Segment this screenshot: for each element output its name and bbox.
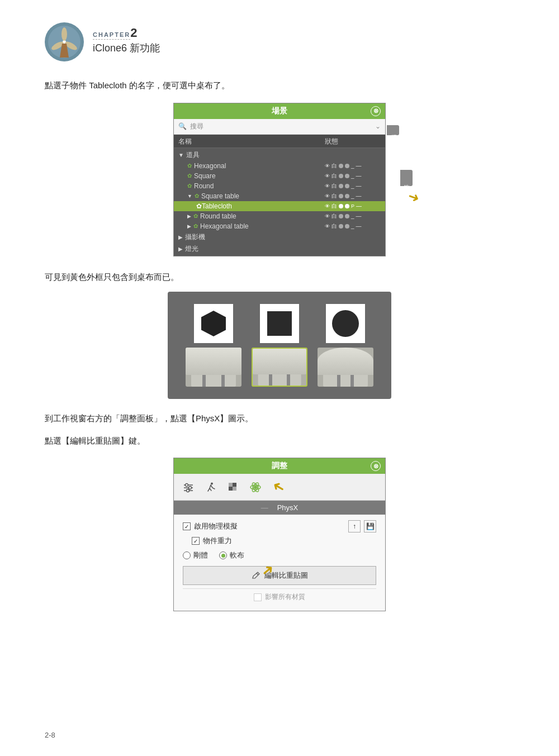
viewport-wrapper [45, 292, 514, 399]
tree-group-props[interactable]: ▼ 道具 [174, 149, 385, 161]
load-button[interactable]: ↑ [348, 520, 361, 532]
logo-circle [45, 22, 84, 61]
annotation-arrow1: ➜ [408, 189, 419, 205]
expand-arrow-props: ▼ [178, 152, 184, 158]
col-name-label: 名稱 [178, 137, 325, 146]
enable-physics-row[interactable]: ✓ 啟用物理模擬 ↑ 💾 [183, 520, 376, 532]
status-hexagonal-table: 👁 白 _ — [325, 222, 381, 230]
paragraph1: 點選子物件 Tablecloth 的名字，便可選中桌布了。 [45, 78, 514, 93]
save-button[interactable]: 💾 [364, 520, 376, 532]
physx-label: PhysX [277, 503, 299, 512]
enable-physics-label: 啟用物理模擬 [194, 521, 238, 531]
adjust-panel-close[interactable]: ⊗ [371, 461, 381, 471]
status-square: 👁 白 _ — [325, 172, 381, 180]
windmill-icon [48, 25, 81, 59]
tree-item-round-table[interactable]: ▶ ✿ Round table 👁 白 _ — [174, 211, 385, 221]
round-table-render [318, 348, 373, 387]
sq-shape-icon [260, 304, 299, 343]
paragraph2: 可見到黃色外框只包含到桌布而已。 [45, 270, 514, 284]
toolbar-sliders-icon[interactable] [181, 479, 196, 495]
item-icon-hexagonal: ✿ [187, 163, 192, 169]
item-icon-round: ✿ [187, 183, 192, 189]
tree-item-round-label: Round [194, 182, 325, 190]
gravity-row[interactable]: ✓ 物件重力 [183, 536, 376, 546]
rigid-radio[interactable] [183, 551, 191, 559]
tree-item-round[interactable]: ✿ Round 👁 白 _ — [174, 181, 385, 191]
item-icon-hexagonal-table: ✿ [193, 223, 198, 229]
tree-item-tablecloth[interactable]: ✿ Tablecloth 👁 白 P — [174, 201, 385, 211]
affect-material-checkbox[interactable] [254, 593, 262, 601]
svg-rect-15 [229, 483, 233, 487]
round-shape-icon [326, 304, 365, 343]
column-headers: 名稱 狀態 [174, 135, 385, 148]
gravity-checkbox[interactable]: ✓ [192, 537, 200, 545]
hex-shape-icon [194, 304, 233, 343]
svg-line-23 [257, 573, 258, 575]
tree-group-camera[interactable]: ▶ 攝影機 [174, 231, 385, 243]
scene-side-tab2: 縮放 [400, 170, 413, 186]
chapter-info: CHAPTER2 iClone6 新功能 [93, 22, 160, 55]
soft-radio-item[interactable]: 軟布 [219, 550, 244, 560]
viewport-container [168, 292, 391, 399]
svg-rect-16 [233, 483, 236, 487]
rigid-radio-item[interactable]: 剛體 [183, 550, 208, 560]
tree-item-hexagonal-table[interactable]: ▶ ✿ Hexagonal table 👁 白 _ — [174, 221, 385, 231]
adjust-panel-header: 調整 ⊗ [174, 458, 385, 474]
square-shape [267, 311, 292, 336]
soft-radio[interactable] [219, 551, 227, 559]
scene-panel-close[interactable]: ⊗ [371, 106, 381, 116]
physx-bar: — PhysX [174, 501, 385, 515]
chapter-number: 2 [130, 26, 137, 40]
paragraph3: 到工作視窗右方的「調整面板」，點選【PhysX】圖示。 [45, 411, 514, 426]
rigid-label: 剛體 [193, 550, 208, 560]
three-tables [183, 304, 376, 387]
adjust-panel-wrapper: 調整 ⊗ [173, 458, 386, 611]
physx-minus: — [261, 503, 268, 512]
expand-arrow-square-table: ▼ [187, 193, 192, 199]
tree-item-round-table-label: Round table [200, 212, 325, 220]
svg-rect-17 [229, 487, 233, 491]
tree-group-light[interactable]: ▶ 燈光 [174, 243, 385, 255]
toolbar-texture-icon[interactable] [225, 479, 241, 495]
tree-item-square[interactable]: ✿ Square 👁 白 _ — [174, 171, 385, 181]
status-tablecloth: 👁 白 P — [325, 202, 381, 210]
tree-item-square-table[interactable]: ▼ ✿ Square table 👁 白 _ — [174, 191, 385, 201]
tree-item-hexagonal-table-label: Hexagonal table [200, 222, 325, 230]
svg-point-12 [189, 486, 192, 489]
hexagon-shape [200, 310, 228, 337]
tree-item-tablecloth-label: Tablecloth [202, 202, 325, 210]
expand-arrow-hex-table: ▶ [187, 224, 191, 229]
enable-physics-checkbox[interactable]: ✓ [183, 522, 191, 530]
scene-panel-header: 場景 ⊗ [174, 103, 385, 119]
toolbar-arrow-annotation: ➜ [269, 477, 288, 498]
toolbar-motion-icon[interactable] [203, 479, 219, 495]
scene-panel-container: 場景 ⊗ 🔍 搜尋 ⌄ 名稱 狀態 ▼ 道具 [45, 103, 514, 256]
svg-point-14 [211, 482, 213, 484]
scene-panel-wrapper: 場景 ⊗ 🔍 搜尋 ⌄ 名稱 狀態 ▼ 道具 [173, 103, 386, 256]
sq-table-render [252, 348, 307, 387]
adjust-panel[interactable]: 調整 ⊗ [173, 458, 386, 611]
item-icon-square: ✿ [187, 173, 192, 179]
scene-search-bar[interactable]: 🔍 搜尋 ⌄ [174, 119, 385, 135]
scene-panel[interactable]: 場景 ⊗ 🔍 搜尋 ⌄ 名稱 狀態 ▼ 道具 [173, 103, 386, 256]
edit-weight-map-button[interactable]: 編輯比重貼圖 [183, 566, 376, 585]
col-status-label: 狀態 [325, 137, 381, 146]
round-table-col [318, 304, 373, 387]
adjust-toolbar: ➜ [174, 474, 385, 501]
page-header: CHAPTER2 iClone6 新功能 [45, 22, 514, 61]
toolbar-physx-icon[interactable] [248, 479, 263, 495]
search-placeholder: 搜尋 [190, 122, 375, 131]
tree-item-hexagonal-label: Hexagonal [194, 162, 325, 170]
expand-arrow-light: ▶ [178, 246, 183, 252]
tree-item-hexagonal[interactable]: ✿ Hexagonal 👁 白 _ — [174, 161, 385, 171]
expand-arrow-camera: ▶ [178, 234, 183, 240]
edit-icon [251, 570, 261, 581]
chapter-title: iClone6 新功能 [93, 41, 160, 55]
physics-type-row: 剛體 軟布 [183, 550, 376, 560]
item-icon-square-table: ✿ [195, 193, 199, 199]
chevron-down-icon: ⌄ [375, 122, 381, 130]
affect-material-row[interactable]: 影響所有材質 [183, 588, 376, 605]
adjust-panel-container: 調整 ⊗ [45, 458, 514, 611]
soft-label: 軟布 [230, 550, 244, 560]
svg-marker-7 [201, 311, 226, 336]
